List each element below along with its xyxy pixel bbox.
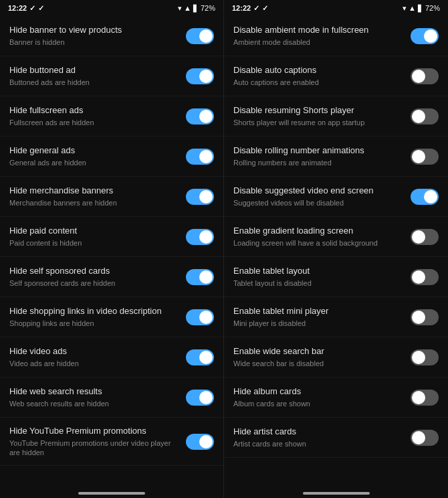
setting-toggle[interactable] (411, 309, 439, 325)
setting-text: Disable rolling number animationsRolling… (233, 145, 411, 167)
setting-toggle[interactable] (186, 149, 214, 165)
status-check-icon: ✓ (253, 4, 259, 13)
toggle-thumb (199, 110, 213, 123)
setting-toggle[interactable] (186, 390, 214, 406)
setting-item[interactable]: Hide paid contentPaid content is hidden (0, 217, 223, 257)
setting-toggle[interactable] (411, 430, 439, 446)
setting-item[interactable]: Enable wide search barWide search bar is… (224, 337, 448, 378)
setting-text: Hide shopping links in video description… (9, 306, 186, 328)
toggle-track (411, 309, 439, 325)
settings-list: Hide banner to view productsBanner is hi… (0, 16, 223, 479)
toggle-track (411, 430, 439, 446)
setting-subtitle: Buttoned ads are hidden (9, 78, 179, 87)
setting-toggle[interactable] (186, 68, 214, 84)
setting-item[interactable]: Hide self sponsored cardsSelf sponsored … (0, 257, 223, 297)
toggle-thumb (412, 431, 425, 444)
setting-toggle[interactable] (411, 189, 439, 205)
setting-item[interactable]: Hide artist cardsArtist cards are shown (224, 418, 448, 458)
toggle-thumb (412, 230, 425, 244)
setting-toggle[interactable] (411, 390, 439, 406)
setting-text: Enable gradient loading screenLoading sc… (233, 226, 411, 248)
toggle-thumb (412, 70, 425, 83)
setting-title: Hide video ads (9, 346, 179, 357)
setting-item[interactable]: Hide general adsGeneral ads are hidden (0, 137, 223, 177)
setting-title: Hide general ads (9, 145, 179, 157)
status-bar: 12:22✓✓▾▲▋72% (224, 0, 448, 16)
setting-toggle[interactable] (186, 229, 214, 245)
setting-item[interactable]: Hide buttoned adButtoned ads are hidden (0, 56, 223, 96)
setting-item[interactable]: Hide shopping links in video description… (0, 297, 223, 337)
setting-text: Hide banner to view productsBanner is hi… (9, 25, 186, 47)
toggle-thumb (199, 270, 213, 284)
setting-toggle[interactable] (411, 28, 439, 44)
setting-item[interactable]: Hide YouTube Premium promotionsYouTube P… (0, 418, 223, 466)
setting-text: Hide web search resultsWeb search result… (9, 386, 186, 408)
setting-toggle[interactable] (186, 108, 214, 124)
setting-title: Disable ambient mode in fullscreen (233, 25, 404, 36)
toggle-track (411, 108, 439, 124)
setting-toggle[interactable] (186, 189, 214, 205)
toggle-thumb (412, 150, 425, 163)
setting-title: Disable resuming Shorts player (233, 105, 404, 116)
setting-item[interactable]: Disable auto captionsAuto captions are e… (224, 56, 448, 96)
setting-text: Enable tablet mini playerMini player is … (233, 306, 411, 328)
setting-subtitle: Wide search bar is disabled (233, 359, 404, 368)
toggle-track (186, 68, 214, 84)
toggle-track (186, 149, 214, 165)
setting-item[interactable]: Hide web search resultsWeb search result… (0, 378, 223, 418)
setting-subtitle: Merchandise banners are hidden (9, 198, 179, 208)
setting-item[interactable]: Disable suggested video end screenSugges… (224, 177, 448, 217)
setting-toggle[interactable] (411, 149, 439, 165)
status-right: ▾▲▋72% (403, 4, 440, 13)
setting-subtitle: Auto captions are enabled (233, 78, 404, 87)
home-indicator[interactable] (303, 492, 370, 495)
setting-item[interactable]: Enable gradient loading screenLoading sc… (224, 217, 448, 257)
setting-title: Hide YouTube Premium promotions (9, 426, 179, 437)
setting-title: Hide shopping links in video description (9, 306, 179, 317)
setting-item[interactable]: Hide banner to view productsBanner is hi… (0, 16, 223, 56)
signal-icon: ▲ (409, 4, 416, 12)
setting-item[interactable]: Hide video adsVideo ads are hidden (0, 337, 223, 378)
setting-title: Hide merchandise banners (9, 185, 179, 197)
status-check2-icon: ✓ (38, 4, 44, 13)
setting-toggle[interactable] (186, 349, 214, 365)
toggle-track (411, 149, 439, 165)
status-right: ▾▲▋72% (178, 4, 215, 13)
setting-subtitle: Album cards are shown (233, 399, 404, 408)
setting-toggle[interactable] (411, 229, 439, 245)
toggle-thumb (199, 150, 213, 163)
setting-item[interactable]: Hide fullscreen adsFullscreen ads are hi… (0, 96, 223, 137)
setting-item[interactable]: Hide album cardsAlbum cards are shown (224, 378, 448, 418)
setting-toggle[interactable] (411, 108, 439, 124)
home-indicator[interactable] (78, 492, 145, 495)
setting-toggle[interactable] (411, 68, 439, 84)
toggle-track (186, 349, 214, 365)
status-check2-icon: ✓ (262, 4, 268, 13)
setting-toggle[interactable] (186, 269, 214, 285)
toggle-track (186, 189, 214, 205)
setting-toggle[interactable] (186, 28, 214, 44)
setting-title: Enable gradient loading screen (233, 226, 404, 237)
setting-item[interactable]: Hide merchandise bannersMerchandise bann… (0, 177, 223, 217)
setting-subtitle: Video ads are hidden (9, 359, 179, 368)
setting-title: Disable rolling number animations (233, 145, 404, 157)
setting-item[interactable]: Disable rolling number animationsRolling… (224, 137, 448, 177)
battery-percentage: 72% (201, 4, 215, 12)
settings-list: Disable ambient mode in fullscreenAmbien… (224, 16, 448, 479)
setting-item[interactable]: Enable tablet mini playerMini player is … (224, 297, 448, 337)
setting-subtitle: Artist cards are shown (233, 439, 404, 448)
setting-title: Hide self sponsored cards (9, 266, 179, 277)
setting-toggle[interactable] (411, 349, 439, 365)
status-left: 12:22✓✓ (8, 4, 44, 13)
setting-item[interactable]: Enable tablet layoutTablet layout is dis… (224, 257, 448, 297)
setting-toggle[interactable] (186, 309, 214, 325)
setting-text: Disable resuming Shorts playerShorts pla… (233, 105, 411, 127)
setting-toggle[interactable] (186, 434, 214, 450)
setting-title: Enable tablet layout (233, 266, 404, 277)
status-time: 12:22 (232, 4, 251, 12)
toggle-track (411, 269, 439, 285)
setting-item[interactable]: Disable resuming Shorts playerShorts pla… (224, 96, 448, 137)
setting-item[interactable]: Disable ambient mode in fullscreenAmbien… (224, 16, 448, 56)
setting-text: Hide album cardsAlbum cards are shown (233, 386, 411, 408)
setting-toggle[interactable] (411, 269, 439, 285)
